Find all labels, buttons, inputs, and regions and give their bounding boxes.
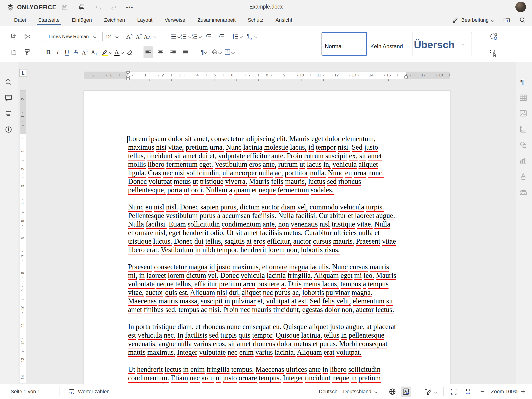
mail-merge-button[interactable] xyxy=(519,187,528,197)
superscript-button[interactable]: A 1 xyxy=(81,46,90,58)
tab-startseite[interactable]: Startseite xyxy=(38,14,60,26)
paragraph[interactable]: Lorem ipsum dolor sit amet, consectetur … xyxy=(128,135,410,194)
left-indent-marker[interactable] xyxy=(126,71,130,82)
format-painter-button[interactable] xyxy=(23,46,32,58)
shading-color-button[interactable] xyxy=(211,46,222,58)
chart-settings-button[interactable] xyxy=(519,156,528,165)
paragraph-settings-button[interactable]: ¶ xyxy=(519,77,528,87)
style-kein-abstand[interactable]: Kein Abstand xyxy=(367,32,412,56)
italic-button[interactable]: I xyxy=(53,46,62,58)
bold-button[interactable]: B xyxy=(44,46,53,58)
text-art-settings-button[interactable] xyxy=(519,172,528,181)
zoom-out-button[interactable]: − xyxy=(480,384,485,399)
paragraph[interactable]: Praesent consectetur magna id justo maxi… xyxy=(128,263,410,314)
paragraph-settings-icon: ¶ xyxy=(519,77,527,86)
paragraph-direction-button[interactable]: ¶ xyxy=(246,31,257,43)
superscript-icon: A 1 xyxy=(81,48,89,56)
tab-zusammenarbeit[interactable]: Zusammenarbeit xyxy=(197,14,236,26)
page-indicator[interactable]: Seite 1 von 1 xyxy=(11,384,40,399)
text-line: Pellentesque vestibulum purus a accumsan… xyxy=(128,212,410,220)
increase-indent-button[interactable] xyxy=(217,31,226,43)
style-normal[interactable]: Normal xyxy=(322,32,367,56)
align-right-button[interactable] xyxy=(168,46,178,58)
page-indicator-label: Seite 1 von 1 xyxy=(11,389,40,395)
style-gallery-expand-button[interactable] xyxy=(458,32,468,56)
change-case-button[interactable]: A A xyxy=(144,31,156,43)
bullet-list-button[interactable] xyxy=(170,31,180,43)
chevron-down-icon xyxy=(178,35,180,38)
editing-mode-switch[interactable]: Bearbeitung xyxy=(452,17,494,23)
chevron-down-icon xyxy=(109,51,112,54)
tab-schutz[interactable]: Schutz xyxy=(247,14,264,26)
paragraph[interactable]: In porta tristique diam, et rhoncus nunc… xyxy=(128,322,410,357)
document-language-control[interactable] xyxy=(388,384,396,399)
paste-button[interactable] xyxy=(9,46,19,58)
decrease-font-button[interactable]: A xyxy=(134,31,144,43)
style-label: Normal xyxy=(325,43,342,50)
sidebar-search-button[interactable] xyxy=(5,77,14,87)
document-page[interactable]: Lorem ipsum dolor sit amet, consectetur … xyxy=(84,90,450,384)
underline-button[interactable]: U xyxy=(62,46,71,58)
sidebar-navigation-button[interactable] xyxy=(5,109,14,118)
table-settings-button[interactable] xyxy=(519,93,528,102)
image-settings-button[interactable] xyxy=(519,109,528,118)
track-changes-control[interactable] xyxy=(424,384,437,399)
font-name-combobox[interactable]: Times New Roman xyxy=(45,31,99,42)
tab-layout[interactable]: Layout xyxy=(137,14,153,26)
font-size-combobox[interactable]: 12 xyxy=(102,31,121,42)
fit-width-button[interactable] xyxy=(464,384,472,399)
vertical-ruler[interactable]: 211234567891011121314 xyxy=(20,90,26,384)
svg-text:A: A xyxy=(148,35,151,40)
show-paragraph-marks-button[interactable]: ¶ xyxy=(199,46,209,58)
justify-button[interactable] xyxy=(181,46,190,58)
document-text[interactable]: Lorem ipsum dolor sit amet, consectetur … xyxy=(128,135,410,384)
horizontal-ruler[interactable]: 21123456789101112131415161718 xyxy=(84,71,450,79)
zoom-in-button[interactable]: + xyxy=(521,384,525,399)
paragraph[interactable]: Nunc eu nisl nisl. Donec sapien purus, d… xyxy=(128,203,410,254)
decrease-indent-button[interactable] xyxy=(204,31,213,43)
font-color-button[interactable]: A xyxy=(114,46,124,58)
open-file-location-button[interactable] xyxy=(503,16,510,24)
tab-ansicht[interactable]: Ansicht xyxy=(275,14,292,26)
select-all-button[interactable] xyxy=(489,47,498,59)
sidebar-comments-button[interactable] xyxy=(5,93,14,103)
copy-button[interactable] xyxy=(9,31,19,43)
increase-font-button[interactable]: A xyxy=(125,31,134,43)
tab-zeichnen[interactable]: Zeichnen xyxy=(104,14,126,26)
text-line: Ut hendrerit lectus in enim fringilla te… xyxy=(128,365,410,374)
spellcheck-control[interactable]: A xyxy=(401,384,411,399)
borders-button[interactable] xyxy=(224,46,234,58)
avatar[interactable] xyxy=(515,2,526,12)
sidebar-about-button[interactable] xyxy=(5,125,14,134)
highlight-color-button[interactable] xyxy=(101,46,112,58)
word-count-control[interactable]: 12 Wörter zählen xyxy=(67,384,110,399)
chevron-down-icon xyxy=(199,35,202,38)
align-center-button[interactable] xyxy=(156,46,165,58)
zoom-level[interactable]: Zoom 100% xyxy=(491,384,518,399)
text-line: Donec volutpat metus ut tristique viverr… xyxy=(128,177,410,186)
fit-page-button[interactable] xyxy=(450,384,458,399)
paragraph[interactable]: Ut hendrerit lectus in enim fringilla te… xyxy=(128,365,410,384)
clear-formatting-button[interactable] xyxy=(125,46,134,58)
tab-einfuegen[interactable]: Einfügen xyxy=(71,14,92,26)
tab-stop-selector[interactable]: L xyxy=(19,69,27,77)
replace-button[interactable] xyxy=(489,31,498,43)
align-left-button[interactable] xyxy=(144,46,153,58)
header-footer-settings-button[interactable] xyxy=(519,124,528,134)
toolbar: Times New Roman 12 A A A A xyxy=(0,26,532,62)
text-line: Lorem ipsum dolor sit amet, consectetur … xyxy=(128,135,410,143)
tab-verweise[interactable]: Verweise xyxy=(164,14,186,26)
subscript-button[interactable]: A 1 xyxy=(90,46,99,58)
language-selector[interactable]: Deutsch – Deutschland xyxy=(319,384,377,399)
tab-datei[interactable]: Datei xyxy=(14,14,26,26)
style-ueberschrift[interactable]: Übersch xyxy=(412,32,458,56)
shape-settings-button[interactable] xyxy=(519,140,528,149)
strikethrough-button[interactable]: S xyxy=(71,46,81,58)
multilevel-list-button[interactable]: 1 A xyxy=(191,31,202,43)
line-spacing-button[interactable] xyxy=(232,31,243,43)
cut-button[interactable] xyxy=(23,31,32,43)
search-button[interactable] xyxy=(519,17,526,24)
image-icon xyxy=(519,109,527,117)
right-indent-marker[interactable] xyxy=(404,75,408,79)
numbered-list-button[interactable]: 1 2 xyxy=(180,31,191,43)
